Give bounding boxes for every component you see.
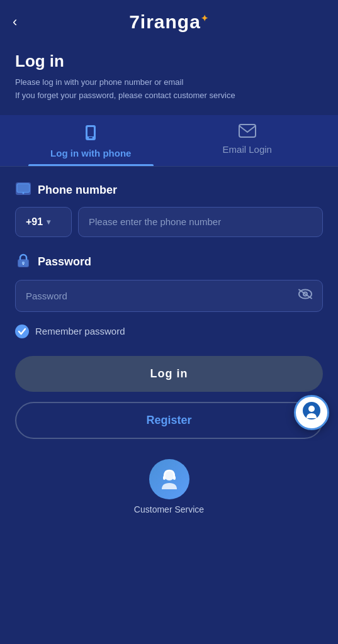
- form-area: Phone number +91 ▾ Password: [0, 167, 338, 546]
- svg-rect-3: [239, 125, 256, 137]
- country-code-value: +91: [26, 216, 43, 228]
- phone-number-input[interactable]: [78, 207, 323, 237]
- svg-rect-1: [87, 127, 94, 136]
- svg-rect-18: [173, 476, 176, 480]
- svg-rect-17: [163, 476, 166, 480]
- remember-row: Remember password: [15, 325, 323, 338]
- back-button[interactable]: ‹: [13, 15, 17, 29]
- phone-tab-icon: [82, 124, 99, 144]
- svg-rect-2: [89, 137, 93, 138]
- password-section: Password: [15, 252, 323, 312]
- register-button[interactable]: Register: [15, 402, 323, 439]
- subtitle-line1: Please log in with your phone number or …: [15, 77, 183, 87]
- svg-point-20: [308, 406, 315, 412]
- phone-label-text: Phone number: [38, 184, 117, 197]
- chat-bubble-icon: [301, 401, 322, 425]
- logo-name: iranga: [140, 11, 201, 32]
- password-input[interactable]: [15, 280, 323, 312]
- logo-star: ✦: [201, 13, 209, 23]
- tab-phone-label: Log in with phone: [50, 148, 131, 158]
- logo-number: 7: [129, 11, 140, 32]
- email-tab-icon: [239, 124, 256, 140]
- phone-field-icon: [15, 182, 31, 199]
- svg-point-12: [22, 262, 25, 264]
- subtitle-line2: If you forget your password, please cont…: [15, 91, 235, 100]
- customer-service-icon: [149, 459, 189, 499]
- header: ‹ 7iranga✦: [0, 0, 338, 42]
- customer-service[interactable]: Customer Service: [15, 459, 323, 533]
- country-code-selector[interactable]: +91 ▾: [15, 207, 72, 237]
- login-button[interactable]: Log in: [15, 356, 323, 392]
- login-title-area: Log in Please log in with your phone num…: [0, 42, 338, 115]
- country-code-chevron-icon: ▾: [47, 218, 50, 226]
- svg-point-7: [23, 192, 25, 194]
- login-tabs: Log in with phone Email Login: [0, 115, 338, 167]
- floating-chat-button[interactable]: [294, 395, 329, 430]
- password-label-row: Password: [15, 252, 323, 272]
- password-label-text: Password: [38, 255, 91, 269]
- login-subtitle: Please log in with your phone number or …: [15, 76, 323, 103]
- password-field-icon: [15, 252, 31, 272]
- phone-input-row: +91 ▾: [15, 207, 323, 237]
- remember-checkbox[interactable]: [15, 325, 29, 338]
- password-toggle-button[interactable]: [298, 289, 313, 303]
- password-input-wrapper: [15, 280, 323, 312]
- svg-rect-5: [17, 184, 30, 192]
- app-logo: 7iranga✦: [129, 11, 209, 33]
- remember-label: Remember password: [35, 326, 125, 336]
- tab-email[interactable]: Email Login: [169, 115, 326, 166]
- phone-label-row: Phone number: [15, 182, 323, 199]
- tab-phone[interactable]: Log in with phone: [13, 115, 169, 166]
- tab-email-label: Email Login: [223, 144, 272, 155]
- login-heading: Log in: [15, 52, 323, 71]
- customer-service-label: Customer Service: [134, 504, 204, 514]
